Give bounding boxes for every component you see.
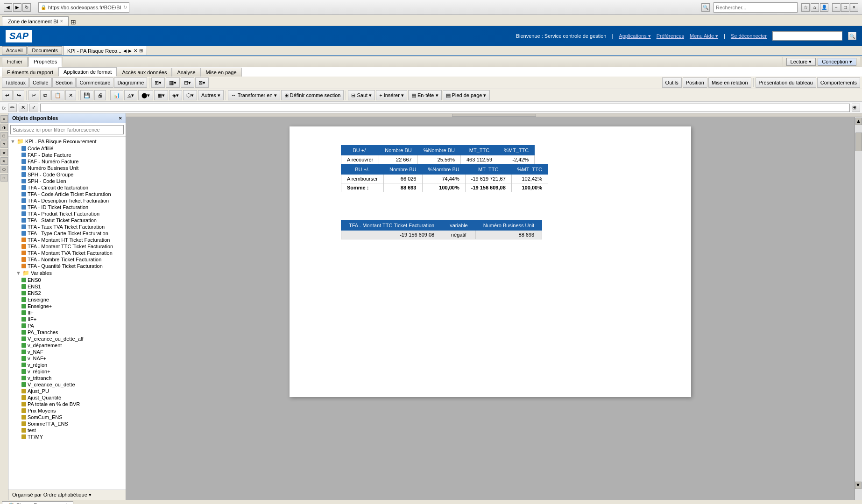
refresh-button[interactable]: ↻ — [22, 3, 31, 12]
tree-search-input[interactable] — [10, 125, 124, 134]
list-item[interactable]: TF/MY — [8, 434, 126, 440]
scroll-down-button[interactable]: ▼ — [855, 482, 862, 489]
definir-button[interactable]: ⊞ Définir comme section — [281, 90, 344, 100]
formula-cancel-icon[interactable]: ✕ — [19, 104, 28, 112]
list-item[interactable]: Ajust_Quantité — [8, 394, 126, 401]
list-item[interactable]: TFA - Description Ticket Facturation — [8, 197, 126, 204]
vertical-scrollbar[interactable]: ▲ ▼ — [855, 117, 862, 500]
tab-close-icon[interactable]: × — [60, 19, 63, 24]
outils-button[interactable]: Outils — [662, 77, 682, 88]
analyse-tab[interactable]: Analyse — [172, 68, 200, 77]
lecture-button[interactable]: Lecture ▾ — [786, 58, 816, 66]
pied-page-button[interactable]: ▤ Pied de page ▾ — [443, 90, 490, 100]
mise-en-relation-button[interactable]: Mise en relation — [708, 77, 751, 88]
doc-tab-expand[interactable]: ⊞ — [139, 48, 143, 53]
home-icon[interactable]: ⌂ — [811, 3, 819, 12]
list-item[interactable]: TFA - Quantité Ticket Facturation — [8, 263, 126, 269]
en-tete-button[interactable]: ▤ En-tête ▾ — [408, 90, 442, 100]
saut-button[interactable]: ⊟ Saut ▾ — [348, 90, 375, 100]
tableaux-button[interactable]: Tableaux — [2, 77, 29, 88]
proprietes-tab[interactable]: Propriétés — [28, 57, 62, 67]
format-btn3[interactable]: ⊟▾ — [181, 77, 194, 88]
list-item[interactable]: PA_Tranches — [8, 329, 126, 336]
fichier-tab[interactable]: Fichier — [2, 57, 28, 67]
list-item[interactable]: TFA - Type Carte Ticket Facturation — [8, 230, 126, 237]
list-item[interactable]: Code Affilié — [8, 145, 126, 152]
list-item[interactable]: Numéro Business Unit — [8, 165, 126, 171]
forward-button[interactable]: ▶ — [13, 3, 21, 12]
delete-button[interactable]: ✕ — [65, 90, 76, 100]
list-item[interactable]: IIF — [8, 309, 126, 316]
conception-button[interactable]: Conception ▾ — [818, 58, 856, 66]
side-icon-1[interactable]: ≡ — [0, 115, 8, 123]
sap-search-button[interactable]: 🔍 — [848, 32, 856, 40]
undo-button[interactable]: ↩ — [2, 90, 13, 100]
list-item[interactable]: v_département — [8, 342, 126, 349]
logout-link[interactable]: Se déconnecter — [731, 33, 767, 39]
list-item[interactable]: SPH - Code Lien — [8, 178, 126, 184]
list-item[interactable]: TFA - Statut Ticket Facturation — [8, 217, 126, 224]
side-icon-7[interactable]: ⬡ — [0, 166, 8, 173]
star-icon[interactable]: ☆ — [801, 3, 810, 12]
list-item[interactable]: Enseigne — [8, 296, 126, 303]
h-scrollbar[interactable] — [452, 114, 536, 117]
autres-button[interactable]: Autres ▾ — [198, 90, 224, 100]
side-icon-4[interactable]: ? — [0, 140, 8, 148]
list-item[interactable]: V_creance_ou_dette_aff — [8, 336, 126, 342]
format-btn4[interactable]: ⊠▾ — [195, 77, 209, 88]
tree-root[interactable]: ▼ 📁 KPI - PA Risque Recouvrement — [8, 138, 126, 145]
list-item[interactable]: TFA - Circuit de facturation — [8, 184, 126, 191]
formula-confirm-icon[interactable]: ✓ — [29, 104, 38, 112]
doc-tab-close[interactable]: ✕ — [134, 48, 137, 53]
back-button[interactable]: ◀ — [4, 3, 12, 12]
chart-btn2[interactable]: ◬▾ — [124, 90, 137, 100]
scroll-up-button[interactable]: ▲ — [855, 118, 862, 125]
list-item[interactable]: test — [8, 427, 126, 434]
format-btn2[interactable]: ▦▾ — [166, 77, 180, 88]
list-item[interactable]: TFA - ID Ticket Facturation — [8, 204, 126, 210]
list-item[interactable]: TFA - Nombre Ticket Facturation — [8, 256, 126, 263]
transformer-button[interactable]: ↔ Transformer en ▾ — [228, 90, 280, 100]
section-button[interactable]: Section — [52, 77, 76, 88]
list-item[interactable]: Enseigne+ — [8, 303, 126, 309]
format-btn1[interactable]: ⊞▾ — [151, 77, 165, 88]
side-icon-2[interactable]: ◑ — [0, 124, 8, 131]
doc-tab-nav2[interactable]: ▶ — [128, 49, 132, 53]
cellule-button[interactable]: Cellule — [29, 77, 52, 88]
documents-button[interactable]: Documents — [28, 46, 62, 55]
list-item[interactable]: IIF+ — [8, 316, 126, 322]
user-icon[interactable]: 👤 — [820, 3, 828, 12]
applications-link[interactable]: Applications ▾ — [619, 33, 650, 39]
sap-search-input[interactable] — [772, 31, 842, 41]
comportements-button[interactable]: Comportements — [817, 77, 860, 88]
list-item[interactable]: Ajust_PU — [8, 388, 126, 394]
formula-input[interactable]: =Nombre([Numéro Business Unit]) — [40, 104, 850, 112]
close-window-button[interactable]: × — [850, 3, 858, 12]
browser-search-input[interactable] — [714, 2, 798, 13]
preferences-link[interactable]: Préférences — [657, 33, 684, 39]
side-icon-3[interactable]: ⊞ — [0, 132, 8, 140]
inserer-button[interactable]: + Insérer ▾ — [376, 90, 407, 100]
commentaire-button[interactable]: Commentaire — [76, 77, 113, 88]
accueil-button[interactable]: Accueil — [2, 46, 27, 55]
elements-rapport-tab[interactable]: Eléments du rapport — [2, 68, 58, 77]
position-button[interactable]: Position — [683, 77, 707, 88]
copy-button[interactable]: ⧉ — [40, 90, 50, 100]
list-item[interactable]: ENS1 — [8, 283, 126, 290]
list-item[interactable]: v_NAF — [8, 349, 126, 355]
paste-button[interactable]: 📋 — [51, 90, 64, 100]
list-item[interactable]: v_NAF+ — [8, 355, 126, 362]
left-panel-close-icon[interactable]: × — [119, 115, 122, 121]
chart-btn6[interactable]: ⬡▾ — [183, 90, 197, 100]
doc-tab-nav1[interactable]: ◀ — [123, 49, 127, 53]
list-item[interactable]: SommeTFA_ENS — [8, 420, 126, 427]
list-item[interactable]: Prix Moyens — [8, 407, 126, 414]
presentation-tableau-button[interactable]: Présentation du tableau — [756, 77, 816, 88]
list-item[interactable]: TFA - Taux TVA Ticket Facturation — [8, 224, 126, 230]
list-item[interactable]: TFA - Montant HT Ticket Facturation — [8, 237, 126, 243]
variables-folder[interactable]: ▼ 📁 Variables — [8, 269, 126, 277]
list-item[interactable]: V_creance_ou_dette — [8, 381, 126, 388]
chart-btn4[interactable]: ▦▾ — [154, 90, 168, 100]
left-panel-footer[interactable]: Organisé par Ordre alphabétique ▾ — [8, 490, 126, 500]
list-item[interactable]: PA — [8, 322, 126, 329]
